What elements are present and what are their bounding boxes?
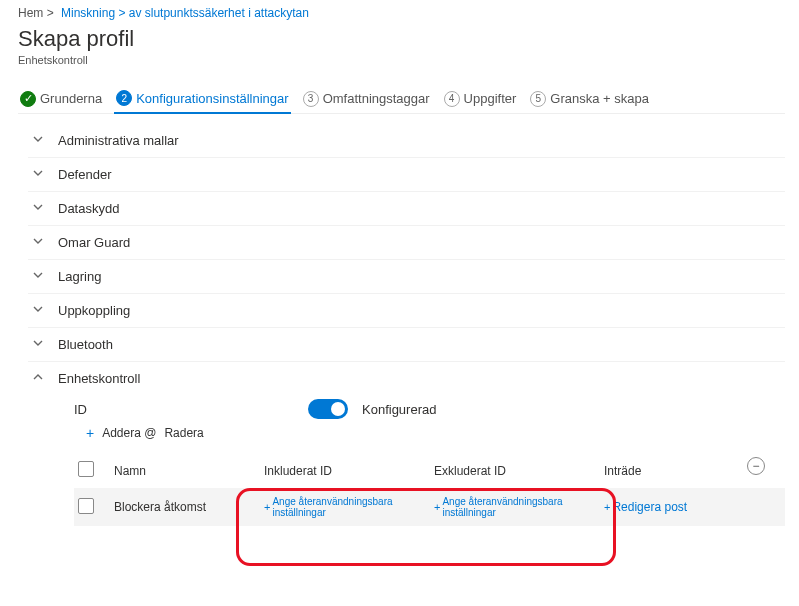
page-title: Skapa profil xyxy=(18,26,785,52)
section-defender[interactable]: Defender xyxy=(28,157,785,191)
excluded-id-link[interactable]: +Ange återanvändningsbara inställningar xyxy=(434,496,604,518)
step-scope-tags[interactable]: 3 Omfattningstaggar xyxy=(301,85,432,113)
included-id-link[interactable]: +Ange återanvändningsbara inställningar xyxy=(264,496,434,518)
configured-label: Konfigurerad xyxy=(362,402,436,417)
select-all-checkbox[interactable] xyxy=(78,461,94,477)
table-row: Blockera åtkomst +Ange återanvändningsba… xyxy=(74,488,785,526)
section-data-protection[interactable]: Dataskydd xyxy=(28,191,785,225)
step-number-icon: 2 xyxy=(116,90,132,106)
step-basics[interactable]: ✓ Grunderna xyxy=(18,85,104,113)
row-checkbox[interactable] xyxy=(78,498,94,514)
breadcrumb-home[interactable]: Hem > xyxy=(18,6,54,20)
section-device-control[interactable]: Enhetskontroll xyxy=(28,361,785,395)
chevron-down-icon xyxy=(32,133,46,148)
check-icon: ✓ xyxy=(20,91,36,107)
section-bluetooth[interactable]: Bluetooth xyxy=(28,327,785,361)
delete-button[interactable]: Radera xyxy=(164,426,203,440)
section-omar-guard[interactable]: Omar Guard xyxy=(28,225,785,259)
step-review[interactable]: 5 Granska + skapa xyxy=(528,85,651,113)
wizard-stepper: ✓ Grunderna 2 Konfigurationsinställninga… xyxy=(18,84,785,114)
plus-icon: + xyxy=(604,501,610,513)
settings-section-list: Administrativa mallar Defender Dataskydd… xyxy=(28,124,785,536)
id-label: ID xyxy=(74,402,294,417)
device-control-detail: ID Konfigurerad + Addera @ Radera Namn I… xyxy=(28,395,785,536)
chevron-down-icon xyxy=(32,303,46,318)
breadcrumb: Hem > Minskning > av slutpunktssäkerhet … xyxy=(18,6,785,20)
col-excluded-id: Exkluderat ID xyxy=(434,464,604,478)
chevron-up-icon xyxy=(32,371,46,386)
chevron-down-icon xyxy=(32,235,46,250)
section-storage[interactable]: Lagring xyxy=(28,259,785,293)
section-connectivity[interactable]: Uppkoppling xyxy=(28,293,785,327)
breadcrumb-path[interactable]: Minskning > av slutpunktssäkerhet i atta… xyxy=(61,6,309,20)
chevron-down-icon xyxy=(32,269,46,284)
step-number-icon: 4 xyxy=(444,91,460,107)
rules-table: Namn Inkluderat ID Exkluderat ID Inträde… xyxy=(74,453,785,526)
step-number-icon: 5 xyxy=(530,91,546,107)
step-number-icon: 3 xyxy=(303,91,319,107)
page-subtitle: Enhetskontroll xyxy=(18,54,785,66)
plus-icon: + xyxy=(264,501,270,513)
plus-icon: + xyxy=(86,425,94,441)
step-config[interactable]: 2 Konfigurationsinställningar xyxy=(114,84,290,114)
col-included-id: Inkluderat ID xyxy=(264,464,434,478)
chevron-down-icon xyxy=(32,337,46,352)
col-entry: Inträde xyxy=(604,464,734,478)
plus-icon: + xyxy=(434,501,440,513)
chevron-down-icon xyxy=(32,167,46,182)
add-button[interactable]: Addera @ xyxy=(102,426,156,440)
row-name: Blockera åtkomst xyxy=(114,500,264,514)
section-admin-templates[interactable]: Administrativa mallar xyxy=(28,124,785,157)
edit-entry-link[interactable]: +Redigera post xyxy=(604,500,734,514)
step-assignments[interactable]: 4 Uppgifter xyxy=(442,85,519,113)
remove-row-button[interactable]: − xyxy=(747,457,765,475)
col-name: Namn xyxy=(114,464,264,478)
table-header: Namn Inkluderat ID Exkluderat ID Inträde xyxy=(74,453,785,488)
configured-toggle[interactable] xyxy=(308,399,348,419)
chevron-down-icon xyxy=(32,201,46,216)
